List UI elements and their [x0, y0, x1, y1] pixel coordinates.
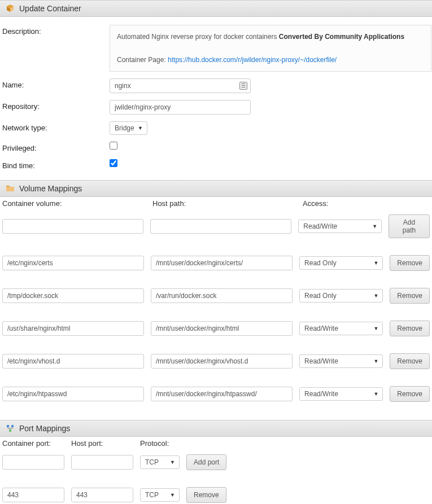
label-name: Name: [2, 78, 110, 89]
port-protocol-select[interactable]: TCP [140, 455, 180, 469]
vol-container-input[interactable] [2, 354, 144, 369]
vol-access-select[interactable]: Read/Write [299, 322, 383, 335]
vol-container-input[interactable] [2, 321, 144, 336]
description-box: Automated Nginx reverse proxy for docker… [110, 25, 431, 72]
port-protocol-select[interactable]: TCP [140, 488, 180, 502]
vol-access-select[interactable]: Read Only [299, 289, 383, 303]
port-header-container: Container port: [2, 439, 64, 448]
vol-host-input[interactable] [151, 288, 293, 303]
vol-header-container: Container volume: [2, 199, 146, 208]
privileged-checkbox[interactable] [110, 142, 117, 150]
remove-volume-button[interactable]: Remove [390, 353, 430, 369]
remove-volume-button[interactable]: Remove [390, 321, 430, 336]
row-description: Description: Automated Nginx reverse pro… [0, 21, 432, 75]
vol-header-access: Access: [303, 199, 387, 208]
vol-access-select[interactable]: Read/Write [298, 220, 382, 233]
description-bold: Converted By Community Applications [279, 33, 404, 41]
network-icon [6, 424, 15, 433]
vol-header-host: Host path: [152, 199, 296, 208]
row-bindtime: Bind time: [0, 156, 432, 173]
volume-row: Read/WriteRemove [0, 351, 432, 374]
volume-row: Read OnlyRemove [0, 253, 432, 275]
svg-rect-0 [7, 425, 9, 427]
name-input[interactable] [110, 78, 251, 93]
bindtime-checkbox[interactable] [110, 159, 117, 167]
volumes-title: Volume Mappings [19, 184, 82, 193]
volumes-headers: Container volume: Host path: Access: [0, 197, 432, 212]
label-privileged: Privileged: [2, 142, 110, 152]
volume-row: Read OnlyRemove [0, 286, 432, 308]
remove-volume-button[interactable]: Remove [390, 255, 430, 271]
port-row: TCPRemove [0, 485, 432, 504]
box-icon [6, 4, 15, 13]
row-network: Network type: Bridge [0, 118, 432, 138]
vol-container-input[interactable] [2, 256, 144, 270]
vol-host-input[interactable] [150, 219, 291, 234]
remove-port-button[interactable]: Remove [186, 487, 226, 503]
container-page-label: Container Page: [117, 56, 168, 64]
vol-host-input[interactable] [151, 256, 293, 270]
vol-container-input[interactable] [2, 219, 143, 234]
label-repository: Repository: [2, 100, 110, 111]
vol-access-select[interactable]: Read Only [299, 256, 383, 270]
vol-container-input[interactable] [2, 288, 144, 303]
port-container-input[interactable] [2, 455, 64, 470]
section-header-update: Update Container [0, 0, 432, 17]
volume-row-new: Read/WriteAdd path [0, 212, 432, 243]
svg-rect-1 [11, 425, 14, 427]
port-host-input[interactable] [71, 455, 133, 470]
port-host-input[interactable] [71, 488, 133, 502]
vol-container-input[interactable] [2, 387, 144, 401]
ports-headers: Container port: Host port: Protocol: [0, 437, 432, 452]
add-path-button[interactable]: Add path [389, 214, 430, 238]
volume-row: Read/WriteRemove [0, 318, 432, 341]
port-container-input[interactable] [2, 488, 64, 502]
row-name: Name: ☰ [0, 75, 432, 97]
ports-title: Port Mappings [19, 424, 70, 433]
network-select[interactable]: Bridge [110, 121, 147, 135]
remove-volume-button[interactable]: Remove [390, 386, 430, 402]
label-network: Network type: [2, 121, 110, 132]
port-row-new: TCPAdd port [0, 452, 432, 475]
port-header-host: Host port: [71, 439, 133, 448]
vol-access-select[interactable]: Read/Write [299, 387, 383, 401]
vol-access-select[interactable]: Read/Write [299, 354, 383, 368]
section-title: Update Container [19, 4, 81, 13]
label-description: Description: [2, 25, 110, 36]
port-header-protocol: Protocol: [140, 439, 180, 448]
svg-rect-2 [9, 430, 11, 432]
add-port-button[interactable]: Add port [186, 454, 226, 470]
folder-icon [6, 184, 15, 193]
vol-host-input[interactable] [151, 387, 293, 401]
row-repository: Repository: [0, 97, 432, 118]
remove-volume-button[interactable]: Remove [390, 288, 430, 304]
section-header-volumes: Volume Mappings [0, 180, 432, 197]
container-page-link[interactable]: https://hub.docker.com/r/jwilder/nginx-p… [168, 56, 337, 64]
label-bindtime: Bind time: [2, 159, 110, 170]
vol-host-input[interactable] [151, 354, 293, 369]
volume-row: Read/WriteRemove [0, 384, 432, 406]
contact-picker-icon[interactable]: ☰ [239, 82, 247, 90]
row-privileged: Privileged: [0, 138, 432, 156]
section-header-ports: Port Mappings [0, 420, 432, 437]
description-text: Automated Nginx reverse proxy for docker… [117, 33, 279, 41]
vol-host-input[interactable] [151, 321, 293, 336]
repository-input[interactable] [110, 100, 251, 115]
